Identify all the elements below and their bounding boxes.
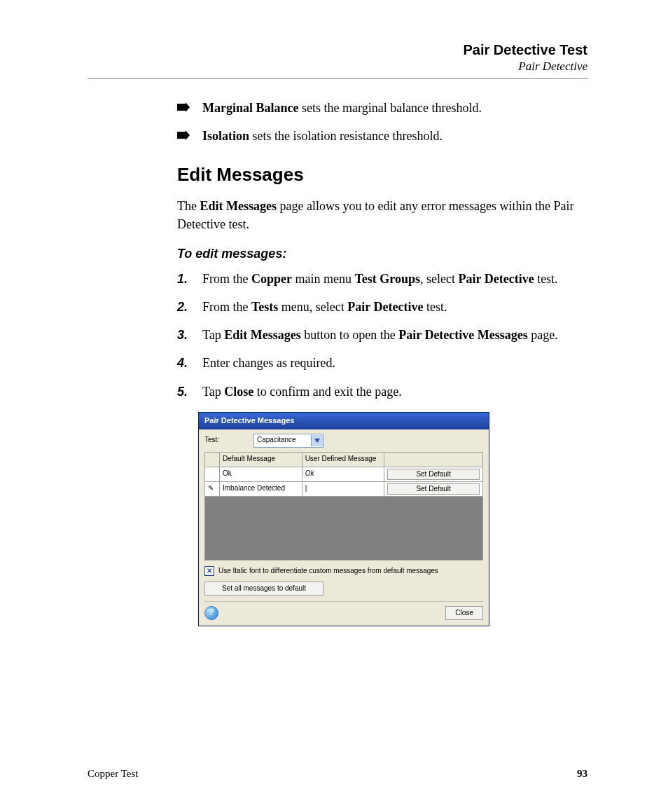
text-bold: Test Groups <box>354 272 420 286</box>
step-number: 4. <box>177 354 188 372</box>
step-2: 2. From the Tests menu, select Pair Dete… <box>177 298 587 316</box>
set-all-default-button[interactable]: Set all messages to default <box>204 582 323 596</box>
section-heading: Edit Messages <box>177 162 587 188</box>
header-rule <box>88 78 587 79</box>
col-icon-header <box>205 452 220 467</box>
step-1: 1. From the Copper main menu Test Groups… <box>177 270 587 288</box>
text: test. <box>423 300 447 314</box>
text: test. <box>534 272 558 286</box>
bullet-marginal-balance: Marginal Balance sets the marginal balan… <box>177 99 587 117</box>
table-empty-area <box>204 497 483 560</box>
text: menu, select <box>278 300 347 314</box>
chevron-down-icon[interactable] <box>311 435 323 446</box>
col-action-header <box>384 452 483 467</box>
text: The <box>177 199 200 213</box>
pencil-icon: ✎ <box>205 481 220 496</box>
table-row: Ok Ok Set Default <box>205 467 483 481</box>
text-bold: Copper <box>251 272 292 286</box>
text-bold: Pair Detective Messages <box>398 328 528 342</box>
text-bold: Close <box>224 385 253 399</box>
text: , select <box>420 272 458 286</box>
cell-default: Ok <box>220 467 302 481</box>
text: to confirm and exit the page. <box>253 385 401 399</box>
text-bold: Edit Messages <box>200 199 277 213</box>
bullet-term: Marginal Balance <box>202 101 299 115</box>
row-edit-icon <box>205 467 220 481</box>
text: button to open the <box>301 328 398 342</box>
text: Enter changes as required. <box>202 356 335 370</box>
step-number: 5. <box>177 383 188 401</box>
text: page. <box>528 328 558 342</box>
text-bold: Pair Detective <box>459 272 534 286</box>
text: main menu <box>292 272 354 286</box>
text-bold: Tests <box>251 300 278 314</box>
set-default-button[interactable]: Set Default <box>387 483 480 495</box>
col-user-header: User Defined Message <box>302 452 384 467</box>
text-bold: Edit Messages <box>224 328 301 342</box>
dialog-title: Pair Detective Messages <box>199 413 489 429</box>
table-row: ✎ Imbalance Detected | Set Default <box>205 481 483 496</box>
text: From the <box>202 300 251 314</box>
text-bold: Pair Detective <box>347 300 423 314</box>
col-default-header: Default Message <box>220 452 302 467</box>
cell-user[interactable]: | <box>302 481 384 496</box>
test-combo[interactable]: Capacitance <box>253 434 323 448</box>
step-number: 3. <box>177 326 188 344</box>
italic-font-checkbox-label: Use Italic font to differentiate custom … <box>218 566 438 577</box>
page-header-title: Pair Detective Test <box>88 42 587 58</box>
footer-page-number: 93 <box>577 768 587 780</box>
procedure-title: To edit messages: <box>177 245 587 263</box>
arrow-icon <box>177 130 190 140</box>
step-5: 5. Tap Close to confirm and exit the pag… <box>177 383 587 401</box>
step-number: 1. <box>177 270 188 288</box>
pair-detective-messages-dialog: Pair Detective Messages Test: Capacitanc… <box>198 412 489 626</box>
test-label: Test: <box>204 435 246 446</box>
bullet-text: sets the marginal balance threshold. <box>299 101 482 115</box>
footer-left: Copper Test <box>88 768 138 780</box>
cell-user[interactable]: Ok <box>302 467 384 481</box>
bullet-isolation: Isolation sets the isolation resistance … <box>177 127 587 145</box>
page-header-subtitle: Pair Detective <box>88 60 587 74</box>
italic-font-checkbox[interactable]: ✕ <box>204 566 214 576</box>
section-paragraph: The Edit Messages page allows you to edi… <box>177 197 587 233</box>
svg-marker-0 <box>177 102 190 112</box>
help-icon[interactable]: ? <box>204 606 218 620</box>
step-number: 2. <box>177 298 188 316</box>
text: Tap <box>202 385 224 399</box>
step-4: 4. Enter changes as required. <box>177 354 587 372</box>
svg-marker-2 <box>314 439 320 443</box>
step-3: 3. Tap Edit Messages button to open the … <box>177 326 587 344</box>
bullet-term: Isolation <box>202 129 249 143</box>
messages-table: Default Message User Defined Message Ok … <box>204 452 483 497</box>
close-button[interactable]: Close <box>445 606 483 620</box>
text: Tap <box>202 328 224 342</box>
test-combo-value: Capacitance <box>254 435 311 446</box>
text: From the <box>202 272 251 286</box>
bullet-text: sets the isolation resistance threshold. <box>249 129 443 143</box>
cell-default: Imbalance Detected <box>220 481 302 496</box>
arrow-icon <box>177 102 190 112</box>
set-default-button[interactable]: Set Default <box>387 469 480 480</box>
svg-marker-1 <box>177 130 190 140</box>
